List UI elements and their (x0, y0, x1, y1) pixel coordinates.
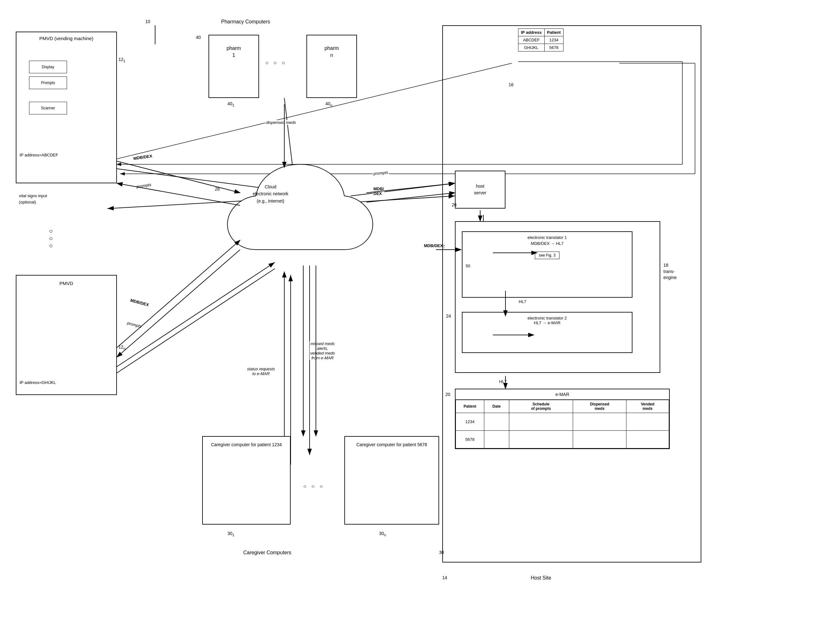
pharmn-label: pharmn (307, 45, 356, 59)
caregiver1-box: Caregiver computer for patient 1234 (202, 436, 291, 525)
label-40-1: 401 (227, 101, 234, 107)
arrow-mdbdex-2: MDB/DEX (129, 298, 150, 307)
label-28: 28 (215, 187, 220, 191)
caregiver1-label: Caregiver computer for patient 1234 (203, 437, 290, 453)
cloud-shape: Cloudelectronic network(e.g., internet) (221, 152, 379, 254)
arrow-prompts-3: prompts (373, 170, 389, 176)
caregiver-computers-label: Caregiver Computers (243, 550, 291, 555)
label-12-1: 121 (119, 57, 125, 63)
pharmacy-title: Pharmacy Computers (221, 19, 270, 25)
svg-line-25 (117, 240, 240, 348)
pmvd2-ip: IP address=GHIJKL (20, 380, 56, 385)
pmvd2-title: PMVD (17, 280, 116, 287)
arrow-missed-meds: missed medsalerts,vended medsfrom e-MAR (310, 341, 335, 360)
caregiver2-box: Caregiver computer for patient 5678 (344, 436, 439, 525)
pmvd2-box: PMVD IP address=GHIJKL (16, 275, 117, 395)
label-30-n: 30n (379, 531, 386, 537)
display-box: Display (29, 61, 67, 73)
cloud-svg (221, 152, 379, 253)
arrow-prompts-2: prompts (126, 321, 143, 329)
scanner-box: Scanner (29, 102, 67, 114)
dots-caregiver: ○ ○ ○ (303, 483, 325, 489)
pharm1-label: pharm1 (209, 45, 258, 59)
label-12-n: 12n (119, 345, 125, 351)
arrow-prompts-1: prompts (135, 182, 152, 189)
caregiver2-label: Caregiver computer for patient 5678 (345, 437, 439, 453)
label-40: 40 (196, 35, 201, 40)
arrow-dispensed-meds: dispensed meds (265, 120, 297, 125)
label-10: 10 (145, 19, 150, 24)
arrows-overlay-2 (0, 0, 840, 620)
pmvd1-box: PMVD (vending machine) Display Prompts S… (16, 32, 117, 183)
host-site-label: Host Site (531, 575, 551, 581)
pharm1-box: pharm1 (209, 35, 259, 98)
diagram-container: 10 PMVD (vending machine) Display Prompt… (0, 0, 840, 620)
pmvd1-title: PMVD (vending machine) (17, 35, 116, 42)
label-14: 14 (442, 575, 447, 580)
arrow-mdbdex-cloud: MDB/DEX (373, 187, 385, 196)
arrow-status-requests: status requeststo e-MAR (246, 367, 275, 376)
dots-pmvd: ○○○ (49, 227, 54, 249)
arrow-mdbdex-1: MDB/DEX (132, 153, 153, 161)
prompts-box: Prompts (29, 77, 67, 89)
label-30-1: 301 (227, 531, 234, 537)
cloud-label: Cloudelectronic network(e.g., internet) (253, 183, 289, 205)
arrow-mdbdex-22: MDB/DEX (423, 243, 443, 248)
label-40-n: 40n (325, 101, 332, 107)
pmvd1-ip: IP address=ABCDEF (20, 153, 58, 157)
dots-pharm: ○ ○ ○ (265, 60, 287, 66)
vital-signs: vital signs input(optional) (19, 193, 47, 205)
arrows-overlay (0, 0, 840, 620)
pharmn-box: pharmn (307, 35, 357, 98)
host-site-outer (442, 25, 701, 563)
label-30: 30 (439, 550, 444, 555)
svg-line-6 (107, 262, 275, 373)
